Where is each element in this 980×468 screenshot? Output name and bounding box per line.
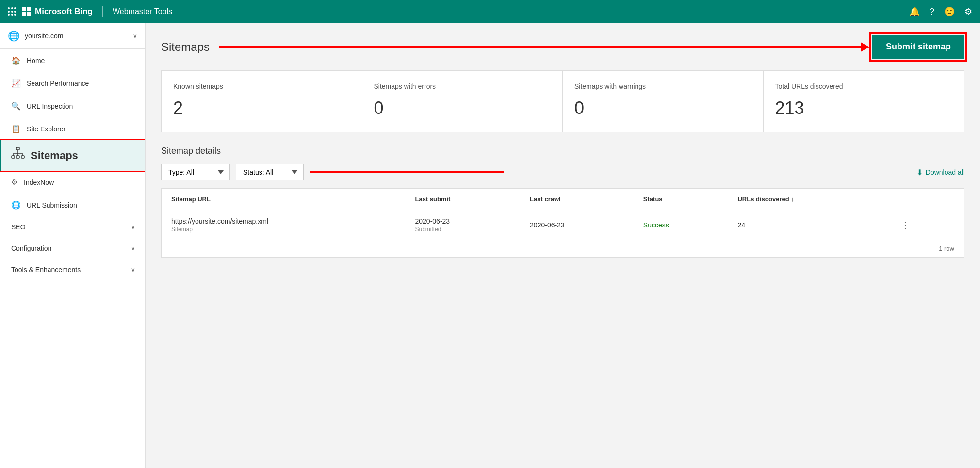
annotation-line <box>310 171 504 173</box>
sidebar-item-home[interactable]: 🏠 Home <box>0 49 145 72</box>
arrow-head <box>861 42 869 52</box>
stat-label: Known sitemaps <box>173 82 350 90</box>
cell-actions: ⋮ <box>887 210 964 240</box>
content-area: Sitemaps Submit sitemap Known sitemaps 2… <box>146 23 980 468</box>
sidebar-item-label: URL Inspection <box>27 102 73 110</box>
stat-value: 213 <box>775 98 953 118</box>
settings-icon[interactable]: ⚙ <box>964 6 972 17</box>
sidebar-item-label: Tools & Enhancements <box>11 266 81 274</box>
download-all-button[interactable]: ⬇ Download all <box>916 168 964 177</box>
topbar-divider <box>102 6 103 17</box>
url-text: https://yoursite.com/sitemap.xml <box>171 217 396 225</box>
sidebar-item-label: Sitemaps <box>31 149 78 162</box>
stat-value: 2 <box>173 98 350 118</box>
chart-icon: 📈 <box>11 79 21 88</box>
sidebar-item-url-inspection[interactable]: 🔍 URL Inspection <box>0 95 145 117</box>
sidebar-item-label: SEO <box>11 223 26 231</box>
cell-last-submit: 2020-06-23 Submitted <box>406 210 521 240</box>
arrow-annotation <box>219 46 863 48</box>
windows-logo-icon <box>22 7 31 16</box>
left-arrow-annotation: Type: All Sitemap Sitemap Index <box>161 164 230 180</box>
app-launcher-icon[interactable] <box>8 7 16 16</box>
sidebar-item-sitemaps[interactable]: Sitemaps <box>0 140 145 171</box>
stat-value: 0 <box>374 98 551 118</box>
svg-rect-1 <box>12 156 15 158</box>
cell-last-crawl: 2020-06-23 <box>520 210 634 240</box>
sidebar-item-tools-enhancements[interactable]: Tools & Enhancements ∨ <box>0 259 145 280</box>
url-type: Sitemap <box>171 226 396 233</box>
stat-value: 0 <box>574 98 751 118</box>
submit-status-text: Submitted <box>415 226 511 233</box>
search-icon: 🔍 <box>11 101 21 111</box>
sidebar-item-url-submission[interactable]: 🌐 URL Submission <box>0 194 145 216</box>
type-filter[interactable]: Type: All Sitemap Sitemap Index <box>161 164 230 180</box>
sidebar-item-search-performance[interactable]: 📈 Search Performance <box>0 72 145 95</box>
stat-label: Total URLs discovered <box>775 82 953 90</box>
explorer-icon: 📋 <box>11 124 21 133</box>
topbar-right: 🔔 ? 🙂 ⚙ <box>909 6 972 17</box>
home-icon: 🏠 <box>11 56 21 65</box>
download-all-label: Download all <box>926 168 964 176</box>
chevron-down-icon: ∨ <box>133 32 137 39</box>
sidebar-item-site-explorer[interactable]: 📋 Site Explorer <box>0 117 145 140</box>
sidebar-item-label: Site Explorer <box>27 125 65 133</box>
stat-label: Sitemaps with warnings <box>574 82 751 90</box>
sidebar-item-label: Home <box>27 57 45 65</box>
stat-sitemaps-errors: Sitemaps with errors 0 <box>362 71 563 132</box>
sidebar-item-label: Search Performance <box>27 80 89 87</box>
sitemaps-table-container: Sitemap URL Last submit Last crawl Statu… <box>161 188 964 258</box>
cell-status: Success <box>634 210 728 240</box>
topbar: Microsoft Bing Webmaster Tools 🔔 ? 🙂 ⚙ <box>0 0 980 23</box>
sitemaps-icon <box>11 147 25 164</box>
row-count: 1 row <box>939 245 954 252</box>
smiley-icon[interactable]: 🙂 <box>944 6 955 17</box>
col-urls-discovered[interactable]: URLs discovered ↓ <box>728 189 886 210</box>
stat-label: Sitemaps with errors <box>374 82 551 90</box>
chevron-down-icon: ∨ <box>131 224 135 230</box>
table-row: https://yoursite.com/sitemap.xml Sitemap… <box>162 210 964 240</box>
col-actions <box>887 189 964 210</box>
arrow-line <box>219 46 863 48</box>
stat-sitemaps-warnings: Sitemaps with warnings 0 <box>563 71 764 132</box>
topbar-left: Microsoft Bing Webmaster Tools <box>8 6 172 17</box>
sidebar-item-seo[interactable]: SEO ∨ <box>0 216 145 238</box>
col-status: Status <box>634 189 728 210</box>
sidebar-item-label: URL Submission <box>27 201 77 209</box>
help-icon[interactable]: ? <box>930 7 934 17</box>
main-layout: 🌐 yoursite.com ∨ 🏠 Home 📈 Search Perform… <box>0 23 980 468</box>
row-more-button[interactable]: ⋮ <box>897 217 914 233</box>
sidebar-item-label: Configuration <box>11 244 51 252</box>
stat-total-urls: Total URLs discovered 213 <box>764 71 964 132</box>
submit-date: 2020-06-23 <box>415 217 511 225</box>
topbar-logo: Microsoft Bing <box>22 7 93 16</box>
stat-known-sitemaps: Known sitemaps 2 <box>162 71 362 132</box>
chevron-down-icon: ∨ <box>131 266 135 273</box>
status-filter[interactable]: Status: All Success Error Warning <box>236 164 304 180</box>
indexnow-icon: ⚙ <box>11 178 18 187</box>
site-selector[interactable]: 🌐 yoursite.com ∨ <box>0 23 145 49</box>
globe-icon: 🌐 <box>8 30 20 42</box>
col-last-submit: Last submit <box>406 189 521 210</box>
submit-sitemap-button[interactable]: Submit sitemap <box>872 35 964 59</box>
sidebar-item-indexnow[interactable]: ⚙ IndexNow <box>0 171 145 194</box>
product-name: Webmaster Tools <box>113 7 172 16</box>
svg-rect-0 <box>16 147 19 150</box>
sidebar: 🌐 yoursite.com ∨ 🏠 Home 📈 Search Perform… <box>0 23 146 468</box>
col-last-crawl: Last crawl <box>520 189 634 210</box>
page-title: Sitemaps <box>161 40 210 54</box>
download-icon: ⬇ <box>916 168 923 177</box>
filters-row: Type: All Sitemap Sitemap Index Status: … <box>161 164 964 180</box>
notifications-icon[interactable]: 🔔 <box>909 6 920 17</box>
stats-row: Known sitemaps 2 Sitemaps with errors 0 … <box>161 70 964 132</box>
status-badge: Success <box>643 221 669 229</box>
section-title: Sitemap details <box>161 146 964 156</box>
brand-name: Microsoft Bing <box>35 7 93 16</box>
sidebar-item-label: IndexNow <box>24 178 54 186</box>
table-footer: 1 row <box>162 240 964 257</box>
content-header: Sitemaps Submit sitemap <box>161 35 964 59</box>
sidebar-item-configuration[interactable]: Configuration ∨ <box>0 238 145 259</box>
sitemaps-table: Sitemap URL Last submit Last crawl Statu… <box>162 189 964 240</box>
svg-rect-2 <box>16 156 19 158</box>
cell-sitemap-url: https://yoursite.com/sitemap.xml Sitemap <box>162 210 406 240</box>
chevron-down-icon: ∨ <box>131 245 135 252</box>
